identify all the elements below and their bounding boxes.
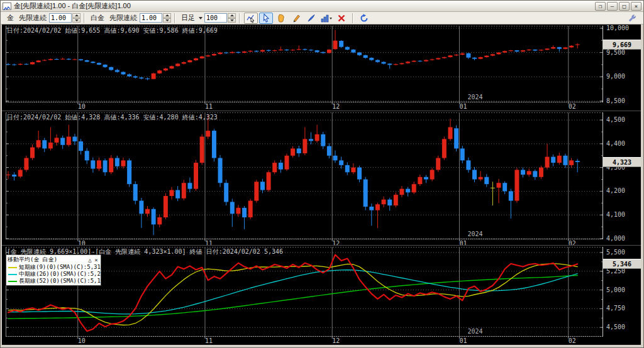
price-tick-label: 5,000	[606, 286, 625, 293]
chevron-down-icon[interactable]	[199, 17, 203, 19]
toolbar-separator	[174, 13, 175, 23]
settings-wrench-button[interactable]	[625, 13, 639, 24]
svg-text:12: 12	[332, 103, 340, 110]
bar-count-input[interactable]	[204, 13, 227, 23]
toolbar-separator	[239, 13, 240, 23]
svg-text:11: 11	[205, 103, 213, 110]
svg-text:01: 01	[459, 337, 467, 344]
toolbar-separator	[84, 13, 85, 23]
panel-divider	[2, 245, 641, 246]
svg-text:02: 02	[569, 103, 576, 110]
long-sma-swatch	[8, 281, 17, 282]
app-window: 金[先限連続]1.00 - 白金[先限連続]1.00 ❐ – □ × 金 先限連…	[0, 0, 644, 348]
svg-text:10: 10	[78, 337, 86, 344]
price-tick-label: 9,500	[606, 49, 625, 56]
svg-text:2024: 2024	[467, 231, 482, 237]
instrument2-label: 白金	[91, 13, 104, 23]
svg-text:2024: 2024	[467, 328, 482, 335]
window-bottom-edge	[1, 345, 643, 347]
gold-candlestick-chart[interactable]: 10111201022024	[6, 26, 603, 110]
gold-ohlc-readout: 日付:2024/02/02 始値:9,655 高値:9,690 安値:9,586…	[7, 26, 218, 35]
instrument2-ratio-input[interactable]	[140, 13, 162, 23]
panel-divider	[2, 111, 641, 111]
chart-app-icon	[3, 3, 11, 10]
svg-text:02: 02	[569, 337, 576, 344]
minimize-button[interactable]: –	[607, 2, 618, 11]
gold-price-axis: 10,0009,5009,0008,5009,669	[603, 26, 641, 110]
platinum-chart-panel: 日付:2024/02/02 始値:4,328 高値:4,336 安値:4,280…	[2, 112, 641, 247]
price-tick-label: 5,500	[606, 249, 625, 256]
instrument1-ratio-input[interactable]	[49, 13, 72, 23]
instrument1-label: 金	[7, 13, 14, 23]
new-window-button[interactable]: ❐	[595, 2, 606, 11]
select-tool-button[interactable]	[259, 13, 273, 24]
svg-text:2024: 2024	[467, 94, 482, 101]
svg-text:01: 01	[459, 103, 467, 110]
price-tick-label: 4,200	[606, 187, 625, 194]
price-tick-label: 4,750	[606, 305, 625, 312]
toolbar: 金 先限連続 白金 先限連続 日足	[1, 12, 643, 24]
current-price-label: 5,346	[603, 259, 641, 269]
price-tick-label: 4,000	[606, 235, 625, 242]
instrument2-ratio-stepper[interactable]	[163, 13, 171, 23]
crosshair-chart-tool-button[interactable]	[244, 13, 258, 24]
legend-collapse-button[interactable]: △	[87, 257, 93, 263]
instrument1-ratio-stepper[interactable]	[72, 13, 80, 23]
period-dropdown[interactable]: 日足	[181, 13, 195, 23]
svg-text:11: 11	[205, 337, 213, 344]
chart-type-tool-button[interactable]	[319, 13, 333, 24]
platinum-ohlc-readout: 日付:2024/02/02 始値:4,328 高値:4,336 安値:4,280…	[7, 113, 218, 122]
current-price-label: 4,323	[603, 157, 641, 167]
maximize-button[interactable]: □	[619, 2, 630, 11]
legend-item-long: 長期線(52)(0)(SMA)(C):5,194	[8, 278, 99, 285]
price-tick-label: 9,000	[606, 73, 625, 80]
toolbar-separator	[352, 13, 353, 23]
price-tick-label: 4,400	[606, 140, 625, 147]
spread-price-axis: 5,5005,2505,0004,7504,5005,346	[603, 247, 641, 345]
window-title: 金[先限連続]1.00 - 白金[先限連続]1.00	[14, 1, 595, 11]
svg-text:11: 11	[205, 240, 213, 247]
title-bar: 金[先限連続]1.00 - 白金[先限連続]1.00 ❐ – □ ×	[1, 1, 643, 12]
platinum-price-axis: 4,5004,4004,3004,2004,1004,0004,323	[603, 112, 641, 247]
platinum-candlestick-chart[interactable]: 10111201022024	[6, 112, 603, 247]
price-tick-label: 4,500	[606, 116, 625, 123]
pencil-tool-button[interactable]	[289, 13, 303, 24]
mid-sma-swatch	[8, 274, 17, 275]
price-tick-label: 4,100	[606, 211, 625, 218]
svg-text:10: 10	[78, 240, 86, 247]
current-price-label: 9,669	[603, 40, 641, 50]
refresh-icon	[359, 13, 369, 23]
chart-area: 日付:2024/02/02 始値:9,655 高値:9,690 安値:9,586…	[2, 24, 641, 346]
legend-close-button[interactable]: ×	[93, 257, 99, 263]
legend-item-label: 長期線(52)(0)(SMA)(C):5,194	[19, 277, 108, 285]
svg-text:10: 10	[78, 103, 86, 110]
gold-chart-panel: 日付:2024/02/02 始値:9,655 高値:9,690 安値:9,586…	[2, 26, 641, 110]
quill-pen-icon	[306, 13, 316, 23]
delete-x-icon	[336, 13, 347, 23]
spread-chart-panel: [金 先限連続 9,669×1.00]-[白金 先限連続 4,323×1.00]…	[2, 247, 641, 345]
svg-text:12: 12	[332, 240, 340, 247]
close-button[interactable]: ×	[631, 2, 641, 11]
price-tick-label: 8,500	[606, 97, 625, 104]
cursor-arrow-icon	[261, 13, 271, 23]
wrench-icon	[628, 14, 636, 23]
instrument1-series-label: 先限連続	[19, 13, 47, 23]
pencil-icon	[291, 13, 301, 23]
price-tick-label: 4,500	[606, 324, 625, 330]
svg-text:12: 12	[332, 337, 340, 344]
delete-tool-button[interactable]	[335, 13, 348, 24]
refresh-tool-button[interactable]	[357, 13, 371, 24]
svg-text:02: 02	[569, 240, 576, 247]
bar-count-stepper[interactable]	[228, 13, 236, 23]
price-tick-label: 10,000	[606, 24, 629, 31]
crosshair-chart-icon	[246, 13, 256, 23]
short-sma-swatch	[8, 267, 17, 268]
instrument2-series-label: 先限連続	[109, 13, 137, 23]
hand-tool-button[interactable]	[274, 13, 288, 24]
draw-line-tool-button[interactable]	[304, 13, 318, 24]
hand-icon	[276, 13, 286, 23]
moving-average-legend: 移動平均(金 白金) △ × 短期線(9)(0)(SMA)(C):5,310 中…	[6, 254, 101, 286]
svg-text:01: 01	[459, 240, 467, 247]
bar-chart-icon	[320, 13, 333, 23]
